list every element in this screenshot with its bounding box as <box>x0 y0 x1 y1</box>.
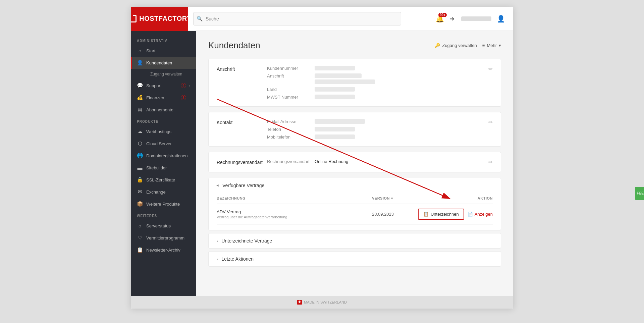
sidebar-label-vermittler: Vermittlerprogramm <box>146 235 184 240</box>
adv-subtitle: Vertrag über die Auftragsdatenverarbeitu… <box>217 215 372 219</box>
search-icon: 🔍 <box>197 16 203 22</box>
search-input[interactable] <box>193 12 401 25</box>
sidebar-item-kundendaten[interactable]: 👤 Kundendaten <box>131 57 196 69</box>
mobiltelefon-row: Mobiltelefon <box>267 134 482 140</box>
sidebar-item-sitebuilder[interactable]: ▬ Sitebuilder <box>131 162 196 174</box>
table-header: BEZEICHNUNG VERSION ▾ AKTION <box>217 193 493 204</box>
user-name <box>461 16 491 21</box>
access-manage-label: Zugang verwalten <box>442 43 477 48</box>
sidebar-section-administrativ: ADMINISTRATIV <box>131 35 196 45</box>
ssl-icon: 🔒 <box>137 177 143 183</box>
domain-icon: 🌐 <box>137 153 143 159</box>
more-chevron-icon: ▾ <box>499 43 501 48</box>
sidebar-section-produkte: PRODUKTE <box>131 116 196 125</box>
kontakt-card: Kontakt E-Mail Adresse Telefon <box>208 112 501 147</box>
sidebar-item-weitere-produkte[interactable]: 📦 Weitere Produkte <box>131 198 196 210</box>
sidebar-item-start[interactable]: ○ Start <box>131 45 196 57</box>
logo-label: HOSTFACTORY <box>139 15 192 22</box>
rechnungsversandart-edit-icon[interactable]: ✏ <box>488 159 493 165</box>
anschrift-card: Anschrift Kundennummer Anschrift <box>208 59 501 107</box>
sidebar-item-finanzen[interactable]: 💰 Finanzen 3 <box>131 92 196 104</box>
logo-icon <box>131 15 137 22</box>
weitere-produkte-icon: 📦 <box>137 201 143 207</box>
sidebar-subitem-zugang-verwalten[interactable]: Zugang verwalten <box>146 70 196 78</box>
view-label: Anzeigen <box>475 212 493 217</box>
sidebar-item-newsletter[interactable]: 📋 Newsletter-Archiv <box>131 244 196 256</box>
anschrift-edit-icon[interactable]: ✏ <box>488 66 493 72</box>
more-label: Mehr <box>487 43 497 48</box>
webhostings-icon: ☁ <box>137 128 143 134</box>
logout-icon[interactable]: ➜ <box>449 15 454 22</box>
unterzeichnete-title: Unterzeichnete Verträge <box>221 238 272 244</box>
verfuegbare-vertraege-section: ▾ Verfügbare Verträge BEZEICHNUNG VERSIO… <box>208 178 501 230</box>
feedback-label: FEEDBACK GEBEN <box>637 191 644 195</box>
sidebar-label-exchange: Exchange <box>146 190 166 195</box>
kundennummer-value <box>315 66 355 70</box>
more-button[interactable]: ≡ Mehr ▾ <box>482 43 501 48</box>
sidebar-label-finanzen: Finanzen <box>146 95 164 100</box>
footer: ✚ MADE IN SWITZERLAND <box>131 296 513 309</box>
finanzen-badge: 3 <box>181 95 186 100</box>
main-content: Kundendaten 🔑 Zugang verwalten ≡ Mehr ▾ <box>196 31 513 296</box>
sidebar-item-cloud-server[interactable]: ⬡ Cloud Server <box>131 138 196 150</box>
sidebar-item-abonnemente[interactable]: ▤ Abonnemente <box>131 104 196 116</box>
sidebar-label-support: Support <box>146 83 162 88</box>
th-bezeichnung: BEZEICHNUNG <box>217 196 372 200</box>
notification-button[interactable]: 🔔 99+ <box>436 15 444 23</box>
mwst-value <box>315 95 355 99</box>
verfuegbare-chevron-icon: ▾ <box>215 184 220 187</box>
mwst-row: MWST Nummer <box>267 95 482 100</box>
sidebar-item-support[interactable]: 💬 Support 4 › <box>131 79 196 92</box>
sidebar-label-weitere-produkte: Weitere Produkte <box>146 202 180 207</box>
rechnungsversandart-card: Rechnungsversandart Rechnungsversandart … <box>208 152 501 172</box>
anschrift-field-label: Anschrift <box>267 73 311 84</box>
sign-button[interactable]: 📋 Unterzeichnen <box>418 209 464 220</box>
swiss-flag: ✚ <box>297 300 302 305</box>
sidebar-label-newsletter: Newsletter-Archiv <box>146 248 180 253</box>
sidebar-item-webhostings[interactable]: ☁ Webhostings <box>131 125 196 138</box>
sidebar-sub-kundendaten: Zugang verwalten <box>131 69 196 79</box>
contracts-table: BEZEICHNUNG VERSION ▾ AKTION ADV Vertrag… <box>209 193 501 230</box>
finanzen-icon: 💰 <box>137 95 143 101</box>
telefon-label: Telefon <box>267 127 311 132</box>
unterzeichnete-vertraege-section: › Unterzeichnete Verträge <box>208 233 501 249</box>
footer-label: MADE IN SWITZERLAND <box>304 300 347 304</box>
sidebar-label-domain: Domainregistrationen <box>146 153 188 158</box>
sidebar-item-vermittlerprogramm[interactable]: ♡ Vermittlerprogramm <box>131 232 196 244</box>
verfuegbare-vertraege-header[interactable]: ▾ Verfügbare Verträge <box>209 178 501 193</box>
land-value <box>315 87 355 92</box>
sidebar-label-webhostings: Webhostings <box>146 129 171 134</box>
th-version[interactable]: VERSION ▾ <box>372 196 426 200</box>
th-version-label: VERSION <box>372 196 390 200</box>
letzte-aktionen-header[interactable]: › Letzte Aktionen <box>209 252 501 266</box>
sidebar-item-ssl[interactable]: 🔒 SSL-Zertifikate <box>131 174 196 186</box>
body-area: ADMINISTRATIV ○ Start 👤 Kundendaten Zuga… <box>131 31 513 296</box>
mwst-label: MWST Nummer <box>267 95 311 100</box>
user-avatar-button[interactable]: 👤 <box>497 15 505 23</box>
view-button[interactable]: 📄 Anzeigen <box>468 212 493 217</box>
sidebar-item-serverstatus[interactable]: ○ Serverstatus <box>131 220 196 232</box>
sitebuilder-icon: ▬ <box>137 165 143 171</box>
sidebar-item-exchange[interactable]: ✉ Exchange <box>131 186 196 198</box>
search-wrapper: 🔍 <box>193 12 401 25</box>
kundendaten-icon: 👤 <box>137 60 143 66</box>
sidebar-label-cloud-server: Cloud Server <box>146 141 172 146</box>
anschrift-line2 <box>315 79 375 84</box>
table-row: ADV Vertrag Vertrag über die Auftragsdat… <box>217 204 493 225</box>
access-manage-button[interactable]: 🔑 Zugang verwalten <box>435 43 477 48</box>
swiss-cross-icon: ✚ <box>298 301 301 304</box>
kundennummer-label: Kundennummer <box>267 66 311 71</box>
support-icon: 💬 <box>137 83 143 89</box>
feedback-tab[interactable]: FEEDBACK GEBEN <box>635 186 644 200</box>
kontakt-edit-icon[interactable]: ✏ <box>488 119 493 125</box>
kontakt-title: Kontakt <box>217 119 260 125</box>
sidebar-item-domainregistrationen[interactable]: 🌐 Domainregistrationen <box>131 150 196 162</box>
vermittler-icon: ♡ <box>137 235 143 241</box>
logo[interactable]: HOSTFACTORY <box>131 7 188 31</box>
start-icon: ○ <box>137 48 143 54</box>
sidebar: ADMINISTRATIV ○ Start 👤 Kundendaten Zuga… <box>131 31 196 296</box>
newsletter-icon: 📋 <box>137 247 143 253</box>
rechnungsversandart-value: Online Rechnung <box>315 159 355 164</box>
unterzeichnete-header[interactable]: › Unterzeichnete Verträge <box>209 233 501 248</box>
anschrift-value-group <box>315 73 375 84</box>
